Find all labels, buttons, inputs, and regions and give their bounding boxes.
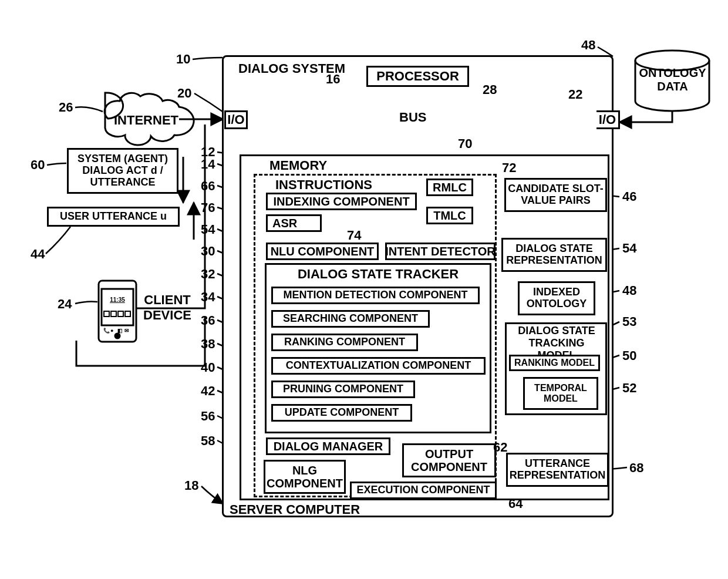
output-component-box: OUTPUT COMPONENT (402, 443, 496, 477)
ref-48b: 48 (622, 283, 636, 298)
bus-label: BUS (399, 110, 426, 125)
nlg-component-box: NLG COMPONENT (264, 460, 346, 494)
svg-rect-9 (104, 311, 109, 317)
ref-18: 18 (184, 478, 198, 493)
system-agent-box: SYSTEM (AGENT) DIALOG ACT d / UTTERANCE (67, 148, 178, 194)
rmlc-box: RMLC (426, 179, 473, 196)
candidate-slot-box: CANDIDATE SLOT-VALUE PAIRS (504, 178, 607, 212)
ref-16: 16 (326, 72, 340, 87)
asr-box: ASR (266, 214, 322, 232)
intent-detector-box: INTENT DETECTOR (385, 243, 496, 260)
ref-53: 53 (622, 314, 636, 329)
dialog-manager-box: DIALOG MANAGER (266, 437, 390, 455)
ref-70: 70 (458, 136, 472, 152)
ref-52: 52 (622, 381, 636, 396)
ref-38: 38 (201, 336, 215, 352)
svg-text:●: ● (110, 328, 113, 334)
ref-32: 32 (201, 267, 215, 282)
pruning-component-box: PRUNING COMPONENT (271, 381, 415, 398)
svg-rect-6 (102, 289, 133, 325)
ref-24: 24 (58, 297, 72, 312)
ontology-data-label: ONTOLOGY DATA (639, 66, 706, 93)
ref-20: 20 (177, 86, 191, 101)
ref-64: 64 (508, 496, 523, 511)
ref-60: 60 (31, 157, 45, 173)
ref-42: 42 (201, 383, 215, 399)
ref-50: 50 (622, 348, 636, 363)
dialog-state-repr-box: DIALOG STATE REPRESENTATION (501, 238, 607, 272)
dst-title: DIALOG STATE TRACKER (267, 267, 490, 281)
memory-title: MEMORY (269, 159, 327, 173)
ref-62: 62 (493, 440, 507, 455)
svg-text:◧: ◧ (117, 328, 123, 334)
internet-label: INTERNET (114, 113, 178, 128)
ref-40: 40 (201, 360, 215, 375)
svg-rect-12 (125, 311, 130, 317)
ref-74: 74 (347, 228, 361, 243)
indexed-ontology-box: INDEXED ONTOLOGY (518, 281, 595, 315)
ref-72: 72 (502, 160, 516, 176)
ref-54a: 54 (201, 222, 215, 237)
ref-36: 36 (201, 313, 215, 328)
processor-box: PROCESSOR (366, 66, 469, 87)
ref-34: 34 (201, 290, 215, 305)
indexing-component-box: INDEXING COMPONENT (266, 193, 417, 210)
svg-rect-10 (111, 311, 116, 317)
ref-14: 14 (201, 157, 215, 172)
server-computer-label: SERVER COMPUTER (230, 502, 360, 517)
ref-28: 28 (483, 82, 497, 97)
io-left-box: I/O (224, 110, 248, 129)
svg-rect-5 (99, 281, 136, 342)
utterance-repr-box: UTTERANCE REPRESENTATION (506, 453, 609, 487)
io-right-box: I/O (596, 110, 620, 129)
ref-26: 26 (59, 100, 73, 115)
ref-56: 56 (201, 409, 215, 424)
svg-text:📞: 📞 (103, 327, 110, 334)
client-device-label: CLIENT DEVICE (141, 292, 194, 323)
ranking-model-box: RANKING MODEL (509, 355, 600, 371)
ref-10: 10 (176, 52, 190, 67)
ranking-component-box: RANKING COMPONENT (271, 334, 418, 351)
svg-rect-11 (118, 311, 123, 317)
svg-text:✉: ✉ (124, 328, 129, 334)
searching-component-box: SEARCHING COMPONENT (271, 310, 430, 328)
nlu-component-box: NLU COMPONENT (266, 243, 379, 260)
ref-22: 22 (568, 87, 582, 102)
ref-66: 66 (201, 179, 215, 194)
contextualization-box: CONTEXTUALIZATION COMPONENT (271, 357, 486, 375)
ref-48a: 48 (581, 38, 595, 53)
ref-30: 30 (201, 244, 215, 259)
ref-76: 76 (201, 200, 215, 216)
execution-component-box: EXECUTION COMPONENT (350, 482, 497, 499)
ref-54b: 54 (622, 241, 636, 256)
ref-68: 68 (629, 460, 643, 476)
update-component-box: UPDATE COMPONENT (271, 404, 412, 422)
ref-46: 46 (622, 189, 636, 204)
ref-58: 58 (201, 433, 215, 449)
svg-text:11:35: 11:35 (110, 297, 125, 303)
temporal-model-box: TEMPORAL MODEL (523, 377, 598, 410)
mention-detection-box: MENTION DETECTION COMPONENT (271, 287, 480, 304)
ref-44: 44 (31, 247, 45, 262)
tmlc-box: TMLC (426, 207, 473, 224)
user-utterance-box: USER UTTERANCE u (47, 207, 180, 227)
svg-point-7 (115, 334, 120, 338)
